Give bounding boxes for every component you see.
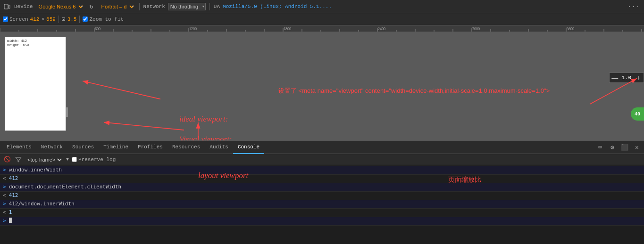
device-preview-content: width: 412 height: 659 xyxy=(5,37,66,49)
tab-network[interactable]: Network xyxy=(36,141,67,154)
separator-2 xyxy=(209,3,210,10)
green-value: 40 xyxy=(635,112,640,117)
preview-line1: width: 412 xyxy=(7,39,64,43)
console-text-3: document.documentElement.clientWidth xyxy=(9,184,121,190)
console-output: > window.innerWidth < 412 > document.doc… xyxy=(0,165,644,244)
tab-console[interactable]: Console xyxy=(233,141,264,154)
screen-label[interactable]: Screen xyxy=(9,16,28,22)
console-line-7[interactable]: > xyxy=(0,217,644,226)
network-label: Network xyxy=(143,4,165,9)
console-clear-button[interactable]: 🚫 xyxy=(3,155,11,164)
dpr-value: 3.5 xyxy=(67,16,77,22)
prompt-7: > xyxy=(3,218,6,224)
console-toolbar: 🚫 <top frame> ▼ Preserve log xyxy=(0,154,644,165)
prompt-1: > xyxy=(3,167,6,173)
preserve-log-checkbox[interactable] xyxy=(72,157,77,162)
close-devtools-icon[interactable]: ✕ xyxy=(632,142,642,153)
cross-symbol: × xyxy=(41,16,44,22)
throttling-selector-wrap[interactable]: No throttling xyxy=(168,3,206,10)
ruler-canvas xyxy=(0,25,644,32)
orientation-selector-wrap[interactable]: Portrait – d xyxy=(99,3,135,10)
visual-viewport-label: Visual viewport: xyxy=(179,135,232,140)
zoom-in-button[interactable]: + xyxy=(633,73,644,83)
devtools-tabbar: Elements Network Sources Timeline Profil… xyxy=(0,141,644,154)
separator-1 xyxy=(139,3,140,10)
zoom-checkbox[interactable] xyxy=(83,16,88,22)
prompt-4: < xyxy=(3,192,6,198)
more-options-button[interactable]: ··· xyxy=(626,3,641,10)
bottom-panel: Elements Network Sources Timeline Profil… xyxy=(0,140,644,244)
console-line-4: < 412 xyxy=(0,192,644,200)
throttling-selector[interactable]: No throttling xyxy=(168,3,206,10)
tab-profiles[interactable]: Profiles xyxy=(133,141,167,154)
settings-icon[interactable]: ⚙ xyxy=(607,142,618,153)
tab-elements[interactable]: Elements xyxy=(2,141,36,154)
device-preview: width: 412 height: 659 xyxy=(5,37,66,131)
prompt-6: < xyxy=(3,209,6,215)
viewport-area: width: 412 height: 659 — 1.0 + 40 xyxy=(0,32,644,140)
prompt-2: < xyxy=(3,175,6,181)
screen-checkbox-group: Screen xyxy=(3,16,28,22)
dock-icon[interactable]: ⬛ xyxy=(619,142,630,153)
ruler xyxy=(0,25,644,32)
terminal-icon[interactable]: ⌨ xyxy=(595,142,605,153)
top-toolbar: Device Google Nexus 6 ↻ Portrait – d Net… xyxy=(0,0,644,13)
console-line-1: > window.innerWidth xyxy=(0,166,644,175)
device-emulation-toggle[interactable] xyxy=(3,2,11,11)
console-frame-selector[interactable]: <top frame> xyxy=(25,156,63,163)
tab-audits[interactable]: Audits xyxy=(205,141,233,154)
green-indicator: 40 xyxy=(631,107,644,121)
svg-line-3 xyxy=(83,81,160,99)
console-text-1: window.innerWidth xyxy=(9,167,62,173)
svg-rect-1 xyxy=(8,5,10,8)
separator-4 xyxy=(79,16,80,23)
dpr-icon: ⊡ xyxy=(62,16,66,23)
tab-sources[interactable]: Sources xyxy=(67,141,99,154)
device-label: Device xyxy=(14,4,33,9)
viewport-wrapper: width: 412 height: 659 — 1.0 + 40 xyxy=(0,32,644,140)
zoom-control: — 1.0 + xyxy=(609,73,644,83)
svg-line-4 xyxy=(104,122,184,130)
minus-icon: — xyxy=(611,74,618,81)
console-text-2: 412 xyxy=(9,175,18,181)
console-line-6: < 1 xyxy=(0,209,644,217)
zoom-out-button[interactable]: — xyxy=(610,73,620,83)
console-text-4: 412 xyxy=(9,192,18,198)
device-left-bar xyxy=(66,107,68,117)
devtools-tab-icons: ⌨ ⚙ ⬛ ✕ xyxy=(595,142,642,153)
zoom-value: 1.0 xyxy=(620,75,633,81)
ua-value: Mozilla/5.0 (Linux; Android 5.1.... xyxy=(223,4,332,9)
zoom-label[interactable]: Zoom to fit xyxy=(89,16,124,22)
ideal-viewport-label: ideal viewport: xyxy=(179,114,228,124)
second-toolbar: Screen 412 × 659 ⊡ 3.5 Zoom to fit xyxy=(0,13,644,25)
prompt-5: > xyxy=(3,201,6,207)
height-value: 659 xyxy=(46,16,56,22)
separator-3 xyxy=(59,16,59,23)
app-container: Device Google Nexus 6 ↻ Portrait – d Net… xyxy=(0,0,644,244)
console-line-3: > document.documentElement.clientWidth xyxy=(0,183,644,192)
console-line-2: < 412 xyxy=(0,175,644,183)
tab-resources[interactable]: Resources xyxy=(167,141,205,154)
prompt-3: > xyxy=(3,184,6,190)
orientation-selector[interactable]: Portrait – d xyxy=(99,3,135,10)
preview-line2: height: 659 xyxy=(7,43,64,48)
frame-arrow: ▼ xyxy=(66,157,69,162)
zoom-checkbox-group: Zoom to fit xyxy=(83,16,124,22)
plus-icon: + xyxy=(636,74,640,81)
preserve-log-label[interactable]: Preserve log xyxy=(72,157,116,163)
console-cursor xyxy=(9,218,12,223)
rotate-icon[interactable]: ↻ xyxy=(87,2,96,11)
device-selector[interactable]: Google Nexus 6 xyxy=(36,3,84,10)
console-text-6: 1 xyxy=(9,209,12,215)
layout-viewport-label: layout viewport xyxy=(198,171,248,180)
console-text-5: 412/window.innerWidth xyxy=(9,201,75,207)
console-line-5: > 412/window.innerWidth xyxy=(0,200,644,209)
meta-tag-label: 设置了 <meta name="viewport" content="width… xyxy=(278,86,550,96)
console-filter-button[interactable] xyxy=(14,155,23,164)
zoom-ratio-label: 页面缩放比 xyxy=(448,176,481,184)
svg-rect-0 xyxy=(4,4,8,9)
tab-timeline[interactable]: Timeline xyxy=(99,141,133,154)
width-value: 412 xyxy=(30,16,40,22)
device-selector-wrap[interactable]: Google Nexus 6 xyxy=(36,3,84,10)
screen-checkbox[interactable] xyxy=(3,16,8,22)
